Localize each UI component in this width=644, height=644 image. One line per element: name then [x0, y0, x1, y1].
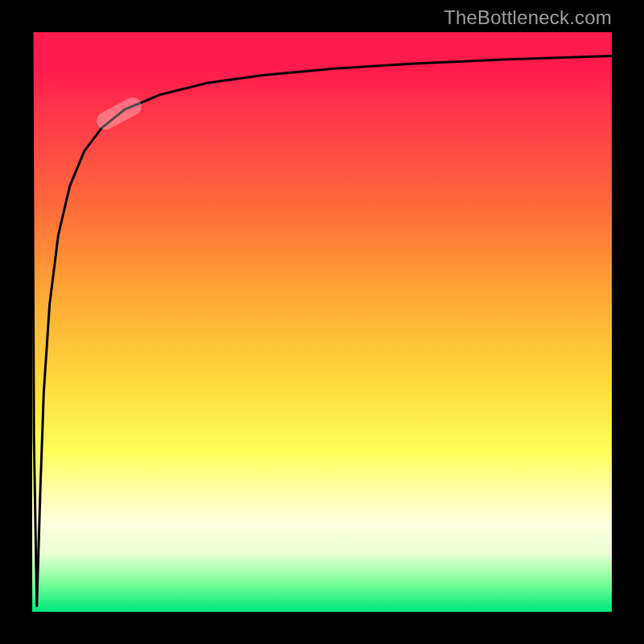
attribution-text: TheBottleneck.com	[444, 6, 612, 29]
chart-stage: TheBottleneck.com	[0, 0, 644, 644]
plot-area	[32, 32, 612, 612]
curve-marker	[93, 94, 144, 133]
